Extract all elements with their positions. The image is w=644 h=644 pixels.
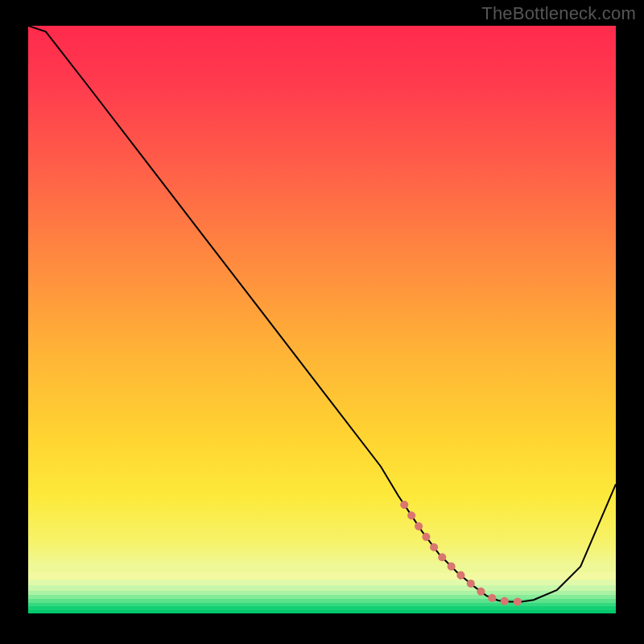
chart-plot-area: [28, 26, 616, 613]
bottleneck-curve: [28, 26, 616, 601]
watermark-text: TheBottleneck.com: [481, 3, 636, 24]
chart-curve-layer: [28, 26, 616, 613]
marker-dots: [404, 505, 527, 601]
